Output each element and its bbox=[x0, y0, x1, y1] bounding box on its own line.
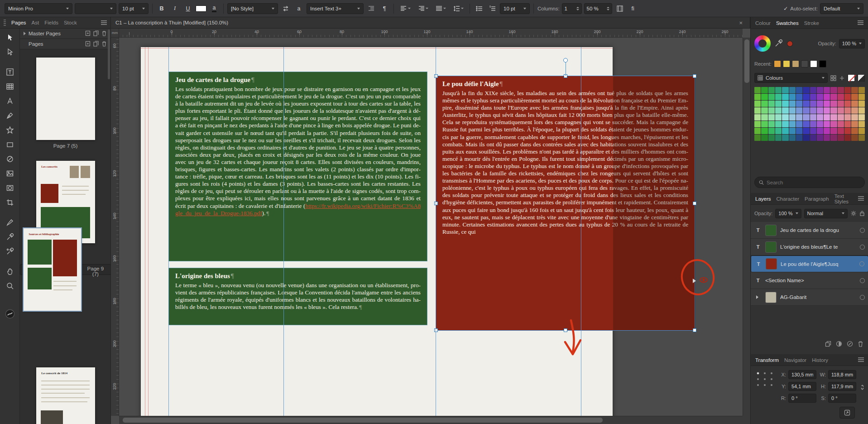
palette-swatch[interactable] bbox=[830, 114, 837, 120]
tab-paragraph[interactable]: Paragraph bbox=[805, 196, 829, 202]
layer-row[interactable]: TL'origine des bleus¶Le te bbox=[751, 239, 868, 255]
palette-swatch[interactable] bbox=[824, 114, 830, 120]
selection-handle[interactable] bbox=[693, 74, 696, 78]
font-family-select[interactable]: Minion Pro bbox=[5, 3, 72, 14]
recent-swatch[interactable] bbox=[774, 60, 781, 67]
text-flow-triangle-icon[interactable] bbox=[693, 279, 696, 283]
s-field[interactable] bbox=[828, 394, 856, 403]
palette-swatch[interactable] bbox=[782, 87, 788, 93]
page-9-thumbnail[interactable]: Sources et bibliographie bbox=[24, 228, 81, 311]
column-guide[interactable] bbox=[283, 47, 284, 416]
tab-history[interactable]: History bbox=[812, 357, 828, 363]
palette-swatch[interactable] bbox=[796, 128, 802, 134]
tab-fields[interactable]: Fields bbox=[44, 20, 58, 25]
align-right-button[interactable] bbox=[415, 3, 431, 14]
font-weight-select[interactable] bbox=[75, 3, 116, 14]
palette-swatch[interactable] bbox=[796, 121, 802, 127]
palette-swatch[interactable] bbox=[858, 87, 865, 93]
palette-swatch[interactable] bbox=[789, 101, 796, 107]
palette-swatch[interactable] bbox=[754, 128, 761, 134]
artistic-text-tool[interactable] bbox=[5, 96, 15, 106]
layer-select-dot[interactable] bbox=[860, 245, 865, 250]
palette-swatch[interactable] bbox=[817, 94, 823, 100]
picture-frame-rectangle-tool[interactable] bbox=[5, 168, 15, 179]
italic-button[interactable]: I bbox=[169, 3, 180, 14]
palette-swatch[interactable] bbox=[761, 107, 767, 114]
recent-swatch[interactable] bbox=[801, 60, 808, 67]
step-down-icon[interactable] bbox=[607, 9, 609, 10]
text-frame-drogue[interactable]: Jeu de cartes de la drogue¶ Les soldats … bbox=[168, 72, 427, 261]
palette-swatch[interactable] bbox=[782, 107, 788, 114]
palette-swatch[interactable] bbox=[851, 121, 858, 127]
ligatures-button[interactable]: fi bbox=[628, 3, 638, 14]
paragraph-leading-select[interactable]: 10 pt bbox=[500, 3, 530, 14]
w-field[interactable] bbox=[828, 370, 856, 379]
palette-swatch[interactable] bbox=[782, 128, 788, 134]
add-page-icon[interactable] bbox=[85, 41, 91, 48]
swatch-search[interactable] bbox=[754, 177, 865, 188]
palette-swatch[interactable] bbox=[775, 114, 782, 120]
palette-swatch[interactable] bbox=[844, 94, 851, 100]
palette-swatch[interactable] bbox=[761, 135, 767, 141]
bold-button[interactable]: B bbox=[156, 3, 167, 14]
underline-button[interactable]: U bbox=[182, 3, 193, 14]
r-field[interactable] bbox=[788, 394, 816, 403]
duplicate-page-icon[interactable] bbox=[93, 30, 99, 37]
recent-swatch[interactable] bbox=[819, 60, 826, 67]
palette-swatch[interactable] bbox=[761, 94, 767, 100]
formatting-marks-button[interactable]: ¶ bbox=[379, 3, 390, 14]
palette-swatch[interactable] bbox=[830, 94, 837, 100]
selection-handle[interactable] bbox=[693, 328, 696, 332]
chevron-right-icon[interactable] bbox=[24, 32, 26, 35]
vertical-scrollbar[interactable] bbox=[743, 38, 750, 416]
master-pages-header[interactable]: Master Pages bbox=[20, 29, 110, 39]
horizontal-scrollbar[interactable] bbox=[119, 416, 743, 424]
panel-menu-icon[interactable] bbox=[101, 20, 107, 25]
view-hand-tool[interactable] bbox=[5, 266, 15, 277]
palette-swatch[interactable] bbox=[768, 101, 775, 107]
current-colour-dot[interactable] bbox=[787, 41, 793, 47]
selection-handle[interactable] bbox=[434, 202, 438, 205]
document-tab[interactable]: C1 – La conscription à Thuin [Modified] … bbox=[111, 17, 750, 28]
palette-swatch[interactable] bbox=[754, 114, 761, 120]
tab-stock[interactable]: Stock bbox=[64, 20, 77, 25]
palette-swatch[interactable] bbox=[851, 114, 858, 120]
contrast-swatch[interactable] bbox=[858, 74, 865, 82]
blend-mode-select[interactable]: Normal bbox=[804, 209, 848, 218]
edit-all-layers-icon[interactable] bbox=[825, 341, 831, 348]
opacity-select[interactable]: 100 % bbox=[839, 39, 865, 48]
palette-swatch[interactable] bbox=[830, 128, 837, 134]
palette-swatch[interactable] bbox=[782, 135, 788, 141]
page-thumbnail[interactable]: Le conscrit de 1814 bbox=[20, 367, 111, 424]
page-7-thumbnail[interactable] bbox=[36, 58, 95, 140]
palette-swatch[interactable] bbox=[858, 101, 865, 107]
palette-swatch[interactable] bbox=[851, 128, 858, 134]
colour-picker-icon[interactable] bbox=[774, 39, 783, 49]
palette-swatch[interactable] bbox=[803, 114, 809, 120]
palette-swatch[interactable] bbox=[817, 114, 823, 120]
close-document-icon[interactable]: × bbox=[736, 19, 745, 26]
palette-swatch[interactable] bbox=[817, 107, 823, 114]
palette-swatch[interactable] bbox=[851, 135, 858, 141]
palette-swatch[interactable] bbox=[858, 94, 865, 100]
link-dimensions-icon[interactable] bbox=[859, 384, 865, 392]
palette-swatch[interactable] bbox=[858, 135, 865, 141]
pages-scrollbar[interactable] bbox=[108, 29, 110, 79]
palette-swatch[interactable] bbox=[838, 101, 844, 107]
palette-swatch[interactable] bbox=[817, 101, 823, 107]
autoselect-checkbox[interactable]: ✓ bbox=[783, 5, 788, 12]
palette-swatch[interactable] bbox=[782, 101, 788, 107]
justify-button[interactable] bbox=[433, 3, 448, 14]
palette-swatch[interactable] bbox=[838, 121, 844, 127]
palette-swatch[interactable] bbox=[810, 135, 816, 141]
palette-swatch[interactable] bbox=[775, 87, 782, 93]
account-avatar[interactable] bbox=[5, 308, 15, 319]
palette-swatch[interactable] bbox=[775, 135, 782, 141]
palette-swatch[interactable] bbox=[754, 94, 761, 100]
palette-swatch[interactable] bbox=[803, 101, 809, 107]
palette-swatch[interactable] bbox=[754, 135, 761, 141]
palette-swatch[interactable] bbox=[830, 87, 837, 93]
palette-swatch[interactable] bbox=[789, 135, 796, 141]
palette-swatch[interactable] bbox=[844, 107, 851, 114]
tab-transform[interactable]: Transform bbox=[755, 357, 779, 363]
